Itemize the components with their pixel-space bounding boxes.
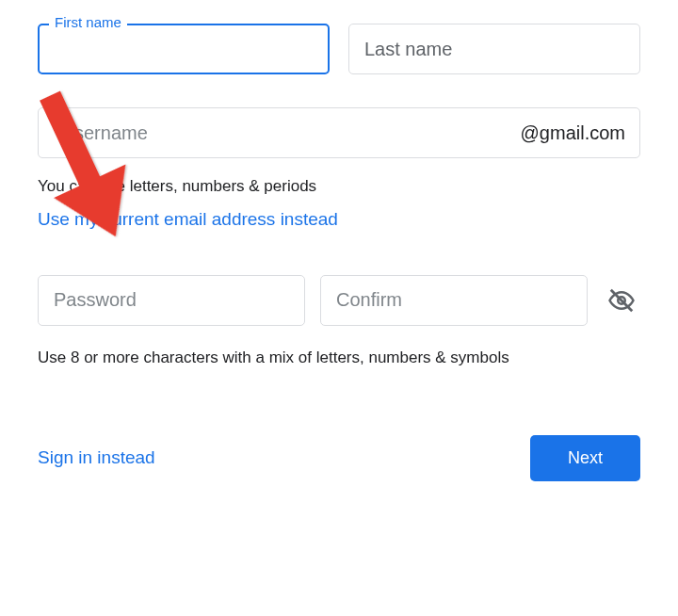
sign-in-instead-link[interactable]: Sign in instead xyxy=(38,447,155,468)
name-row: First name xyxy=(38,24,640,74)
last-name-input[interactable] xyxy=(348,24,640,74)
bottom-actions: Sign in instead Next xyxy=(38,435,640,481)
first-name-wrapper: First name xyxy=(38,24,330,74)
username-helper-text: You can use letters, numbers & periods xyxy=(38,175,640,198)
password-row xyxy=(38,275,640,326)
password-wrapper xyxy=(38,275,305,326)
email-domain-suffix: @gmail.com xyxy=(521,122,625,144)
confirm-input[interactable] xyxy=(320,275,588,326)
confirm-wrapper xyxy=(320,275,588,326)
first-name-label: First name xyxy=(49,14,127,30)
password-section: Use 8 or more characters with a mix of l… xyxy=(38,275,640,369)
use-current-email-link[interactable]: Use my current email address instead xyxy=(38,209,338,230)
password-input[interactable] xyxy=(38,275,305,326)
first-name-input[interactable] xyxy=(38,24,330,74)
last-name-wrapper xyxy=(348,24,640,74)
visibility-off-icon[interactable] xyxy=(603,282,640,319)
next-button[interactable]: Next xyxy=(530,435,640,481)
username-wrapper: @gmail.com xyxy=(38,107,640,158)
password-helper-text: Use 8 or more characters with a mix of l… xyxy=(38,347,640,369)
